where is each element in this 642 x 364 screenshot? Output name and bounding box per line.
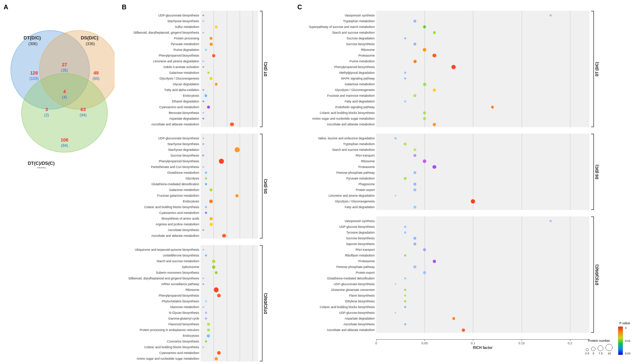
y-axis-label: Proteasome bbox=[297, 258, 375, 264]
tick-mark bbox=[570, 339, 570, 341]
grid-line bbox=[227, 245, 227, 361]
dot bbox=[219, 159, 224, 164]
y-axis-label: Starch and sucrose metabolism bbox=[297, 147, 375, 153]
y-axis-label: Indole-3-acetate activation bbox=[122, 64, 199, 70]
svg-text:(35): (35) bbox=[61, 68, 68, 72]
dot bbox=[230, 123, 234, 126]
dot bbox=[210, 43, 213, 46]
dot bbox=[423, 111, 426, 114]
y-axis-label: Methylglyoxal degradation bbox=[297, 70, 375, 76]
section-background bbox=[201, 11, 258, 127]
dot bbox=[404, 143, 407, 145]
y-axis-label: Coumarins biosynthesis bbox=[122, 339, 199, 344]
y-axis-label: Glycolysis / Gluconeogenesis bbox=[122, 76, 199, 81]
y-axis-label: Cyanoamino acid metabolism bbox=[122, 104, 199, 110]
y-axis-label: Vasopressin synthesis bbox=[297, 13, 375, 18]
y-axis-label: UDP-glucuronate biosynthesis bbox=[122, 13, 199, 18]
dot bbox=[433, 123, 436, 126]
y-axis-label: RNA transport bbox=[297, 153, 375, 158]
dot bbox=[491, 106, 494, 109]
tick-label: 0.1 bbox=[469, 341, 477, 345]
y-axis-label: Galactose metabolism bbox=[297, 81, 375, 87]
section-background bbox=[376, 11, 589, 127]
svg-text:(84): (84) bbox=[61, 143, 68, 148]
dot bbox=[202, 118, 204, 120]
dot bbox=[433, 88, 436, 92]
dot bbox=[215, 83, 218, 86]
dot bbox=[413, 206, 416, 209]
section-bracket bbox=[260, 134, 263, 239]
y-axis-label: Colanic acid building blocks biosynthesi… bbox=[122, 344, 199, 350]
dot bbox=[202, 283, 204, 285]
protein-size-item: 7.5 bbox=[598, 345, 603, 355]
grid-line bbox=[570, 134, 570, 210]
y-axis-label: Phenylpropanoid biosynthesis bbox=[297, 64, 375, 70]
section-bracket bbox=[591, 11, 594, 127]
dot bbox=[433, 260, 436, 263]
y-axis-label: Glycolysis / Gluconeogenesis bbox=[297, 198, 375, 204]
section-label: DT(C)/DS(C) bbox=[264, 293, 268, 314]
section-background bbox=[376, 216, 589, 333]
y-axis-label: Fatty acid degradation bbox=[297, 204, 375, 210]
dot bbox=[413, 243, 416, 245]
y-axis-label: Ethylene biosynthesis bbox=[297, 298, 375, 304]
y-axis-label: Colanic acid building blocks biosynthesi… bbox=[122, 204, 199, 210]
svg-text:DT(C)/DS(C): DT(C)/DS(C) bbox=[28, 161, 54, 166]
y-axis-label: Ascorbate and aldarate metabolism bbox=[297, 121, 375, 127]
y-axis-label: Vasopressin synthesis bbox=[297, 218, 375, 224]
dot bbox=[433, 31, 436, 34]
y-axis-label: Protein export bbox=[297, 187, 375, 193]
dot bbox=[222, 234, 226, 238]
dot bbox=[235, 147, 240, 152]
y-axis-label: Cyanoamino acid metabolism bbox=[122, 350, 199, 356]
dot bbox=[423, 248, 426, 251]
dot bbox=[202, 346, 204, 348]
dot bbox=[202, 249, 204, 251]
svg-text:(60): (60) bbox=[92, 76, 100, 81]
y-axis-label: Benzoate biosynthesis bbox=[122, 110, 199, 116]
y-axis-label: Pyruvate metabolism bbox=[122, 41, 199, 47]
protein-size-item: 10 bbox=[605, 344, 613, 355]
dot bbox=[413, 265, 416, 268]
y-axis-label: UDP-glucose-biosynthesis bbox=[297, 310, 375, 316]
protein-size-item: 5 bbox=[591, 347, 595, 355]
pvalue-tick: 0 bbox=[625, 326, 631, 330]
svg-text:63: 63 bbox=[81, 107, 86, 112]
protein-number-legend: Protein number2.557.510 bbox=[585, 339, 613, 355]
dot bbox=[210, 77, 212, 80]
dot bbox=[215, 271, 218, 274]
y-axis-label: RNA transport bbox=[297, 247, 375, 253]
y-axis-label: Stilbenoid, diarylheptanoid and gingerol… bbox=[122, 276, 199, 281]
svg-text:(336): (336) bbox=[86, 42, 95, 46]
y-axis-label: Tyrosine degradation bbox=[297, 230, 375, 235]
y-axis-label: Proteasome bbox=[297, 164, 375, 170]
dot bbox=[202, 20, 204, 22]
y-axis-label: Galactose metabolism bbox=[122, 187, 199, 193]
section-label: DS (D/C) bbox=[595, 164, 599, 179]
y-axis-label: Glutathione metabolism bbox=[122, 170, 199, 176]
dot bbox=[235, 194, 239, 197]
dot bbox=[205, 206, 207, 208]
dot bbox=[202, 143, 204, 145]
pvalue-title: P value bbox=[619, 321, 630, 325]
section-background bbox=[201, 245, 258, 361]
tick-mark bbox=[376, 339, 377, 341]
dot bbox=[202, 138, 204, 139]
y-axis-label: Pyruvate metabolism bbox=[297, 176, 375, 181]
y-axis-label: Fatty acid degradation bbox=[297, 99, 375, 104]
y-axis-label: Suberin monomers biosynthesis bbox=[122, 270, 199, 276]
svg-text:(306): (306) bbox=[28, 42, 38, 46]
y-axis-label: Galactose metabolism bbox=[122, 70, 199, 76]
dot bbox=[413, 154, 416, 157]
dot bbox=[210, 37, 212, 40]
dot bbox=[413, 171, 416, 174]
dot bbox=[413, 237, 416, 240]
y-axis-label: Valine, leucine and isoleucine degradati… bbox=[297, 135, 375, 141]
svg-text:106: 106 bbox=[61, 137, 68, 143]
svg-text:(360): (360) bbox=[37, 167, 46, 168]
section-bracket bbox=[260, 245, 263, 361]
dot bbox=[413, 94, 416, 97]
dot bbox=[205, 317, 207, 320]
y-axis-label: Phenylpropanoid biosynthesis bbox=[122, 293, 199, 298]
y-axis-label: Endothelin signaling pathway bbox=[297, 104, 375, 110]
